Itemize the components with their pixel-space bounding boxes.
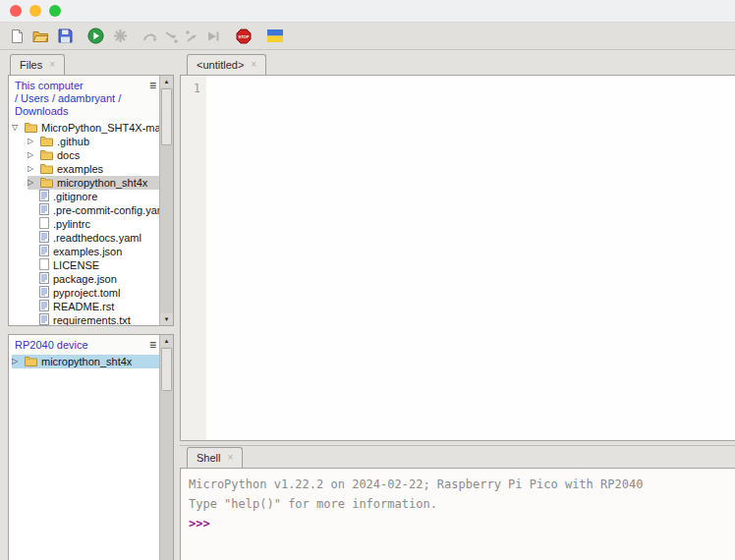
tree-row[interactable]: .readthedocs.yaml [39, 231, 159, 245]
tree-row[interactable]: pyproject.toml [39, 286, 159, 300]
files-scrollbar[interactable]: ▲ ▼ [159, 76, 173, 325]
scroll-down-icon[interactable]: ▼ [160, 313, 173, 325]
step-out-icon [185, 29, 199, 43]
expander-icon[interactable] [28, 179, 40, 187]
new-file-button[interactable] [8, 28, 26, 45]
shell-tab-strip [180, 445, 735, 469]
zoom-button[interactable] [49, 5, 61, 17]
tree-item-label: .pylintrc [53, 218, 90, 230]
text-file-icon [39, 286, 49, 300]
text-file-icon [39, 190, 49, 203]
support-ukraine-button[interactable] [266, 28, 284, 45]
plain-file-icon [39, 258, 49, 272]
tree-row[interactable]: docs [28, 148, 159, 162]
line-number: 1 [194, 82, 200, 95]
text-file-icon [39, 231, 49, 245]
tree-item-label: .pre-commit-config.yaml [53, 204, 159, 216]
tab-shell-close-icon[interactable]: × [227, 453, 233, 463]
tree-row[interactable]: .pylintrc [39, 217, 159, 231]
breadcrumb[interactable]: / Users / adambryant / Downloads [15, 92, 155, 118]
device-header: RP2040 device ≡ [9, 335, 173, 355]
debug-icon [113, 28, 128, 43]
step-into-icon [164, 29, 179, 43]
shell-line: Type "help()" for more information. [189, 494, 735, 514]
step-over-button [141, 28, 159, 45]
files-menu-icon[interactable]: ≡ [149, 80, 156, 91]
tree-item-label: README.rst [53, 301, 114, 312]
tree-item-label: micropython_sht4x [41, 356, 132, 367]
expander-icon[interactable] [28, 138, 40, 145]
resume-icon [205, 29, 219, 43]
tree-item-label: requirements.txt [53, 314, 131, 326]
resume-button [203, 28, 221, 45]
tree-item-label: .github [57, 136, 89, 147]
this-computer-link[interactable]: This computer [15, 80, 84, 91]
expander-icon[interactable] [12, 358, 25, 365]
device-scrollbar[interactable]: ▲ [159, 335, 173, 560]
minimize-button[interactable] [29, 5, 41, 17]
stop-button[interactable]: STOP [235, 28, 253, 45]
tab-files-close-icon[interactable]: × [49, 60, 55, 70]
expander-icon[interactable] [28, 165, 40, 173]
folder-icon [40, 149, 53, 162]
toolbar: STOP [0, 23, 735, 50]
tree-item-label: .gitignore [53, 191, 97, 202]
device-scroll-thumb[interactable] [161, 348, 172, 391]
tab-files-label: Files [20, 59, 42, 71]
tree-row[interactable]: .gitignore [39, 190, 159, 203]
shell-panel[interactable]: MicroPython v1.22.2 on 2024-02-22; Raspb… [180, 468, 735, 560]
tree-row[interactable]: examples [28, 162, 159, 176]
new-file-icon [10, 28, 25, 44]
tab-shell[interactable]: Shell × [187, 447, 243, 468]
save-icon [58, 28, 73, 43]
folder-icon [25, 122, 37, 135]
device-menu-icon[interactable]: ≡ [149, 339, 156, 351]
save-file-button[interactable] [56, 28, 74, 45]
files-scroll-thumb[interactable] [161, 88, 172, 145]
plain-file-icon [39, 217, 49, 231]
files-panel: This computer ≡ / Users / adambryant / D… [8, 75, 174, 326]
tree-row[interactable]: .pre-commit-config.yaml [39, 203, 159, 217]
expander-icon[interactable] [12, 124, 25, 132]
text-file-icon [39, 313, 49, 326]
tree-row[interactable]: MicroPython_SHT4X-master [12, 121, 159, 135]
editor-panel[interactable]: 1 [180, 75, 735, 441]
device-tree: micropython_sht4x [9, 355, 173, 368]
step-into-button [162, 28, 180, 45]
scroll-up-icon[interactable]: ▲ [160, 76, 173, 87]
tree-item-label: LICENSE [53, 259, 99, 271]
shell-line: >>> [189, 514, 735, 533]
expander-icon[interactable] [28, 151, 40, 159]
tree-row[interactable]: .github [28, 135, 159, 148]
step-out-button [183, 28, 200, 45]
folder-icon [25, 356, 37, 368]
tree-item-label: examples [57, 163, 103, 175]
tab-shell-label: Shell [197, 452, 220, 464]
ukraine-flag-icon [267, 29, 283, 42]
close-button[interactable] [10, 5, 22, 17]
titlebar [0, 0, 735, 23]
tree-row[interactable]: micropython_sht4x [28, 176, 159, 190]
tree-item-label: pyproject.toml [53, 287, 120, 299]
tree-row[interactable]: requirements.txt [39, 313, 159, 326]
open-folder-icon [32, 28, 49, 43]
folder-icon [40, 177, 53, 190]
line-number-gutter: 1 [181, 76, 206, 440]
text-file-icon [39, 203, 49, 217]
scroll-up-icon[interactable]: ▲ [160, 335, 173, 347]
tree-row[interactable]: micropython_sht4x [12, 355, 159, 368]
tree-item-label: docs [57, 149, 80, 161]
tab-untitled-close-icon[interactable]: × [251, 60, 256, 70]
tree-row[interactable]: README.rst [39, 300, 159, 313]
run-button[interactable] [86, 28, 104, 45]
tree-row[interactable]: package.json [39, 272, 159, 286]
tree-row[interactable]: examples.json [39, 245, 159, 258]
tab-untitled[interactable]: <untitled> × [187, 54, 266, 75]
stop-icon: STOP [236, 28, 252, 44]
tab-files[interactable]: Files × [10, 54, 65, 75]
files-tree: MicroPython_SHT4X-master .github [9, 121, 173, 326]
tree-row[interactable]: LICENSE [39, 258, 159, 272]
open-file-button[interactable] [31, 28, 49, 45]
step-over-icon [142, 29, 158, 43]
shell-line: MicroPython v1.22.2 on 2024-02-22; Raspb… [189, 475, 735, 494]
